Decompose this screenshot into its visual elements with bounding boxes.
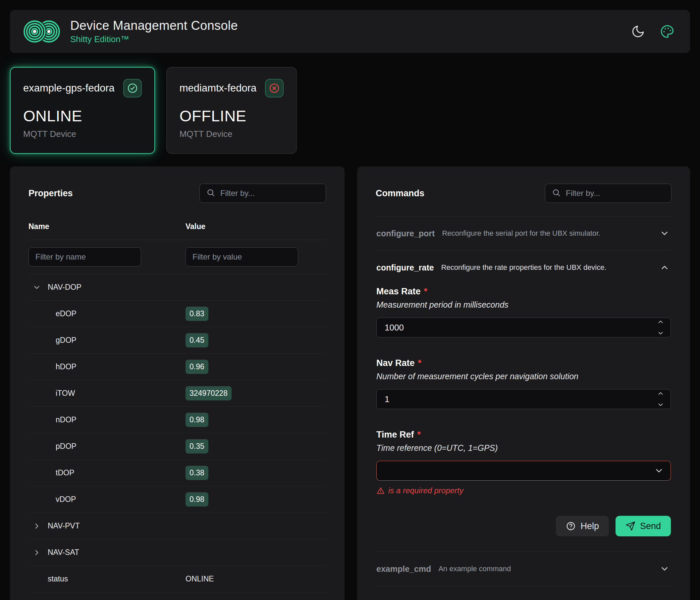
required-asterisk: *: [418, 358, 422, 368]
chevron-down-icon: [657, 404, 664, 409]
send-button[interactable]: Send: [616, 516, 671, 536]
commands-title: Commands: [376, 188, 424, 198]
property-row-NAV-PVT[interactable]: NAV-PVT: [28, 513, 326, 539]
command-header-configure_rate[interactable]: configure_rateReconfigure the rate prope…: [376, 250, 672, 284]
theme-toggle-button[interactable]: [631, 25, 645, 39]
spinner: [657, 317, 664, 337]
property-label: iTOW: [56, 389, 75, 398]
help-button[interactable]: Help: [556, 516, 609, 536]
command-description: An example command: [438, 565, 511, 573]
property-row-nDOP: nDOP0.98: [28, 407, 326, 433]
field-label-text: Nav Rate: [376, 358, 415, 368]
property-label: NAV-SAT: [48, 548, 79, 557]
value-filter-input[interactable]: [185, 247, 298, 266]
property-row-pDOP: pDOP0.35: [28, 433, 326, 460]
field-nav-rate: Nav Rate*Number of measurement cycles pe…: [376, 358, 671, 409]
properties-panel-head: Properties: [10, 166, 345, 215]
send-button-label: Send: [640, 521, 661, 531]
property-row-eDOP: eDOP0.83: [28, 301, 326, 327]
brand: Device Management Console Shitty Edition…: [23, 17, 238, 46]
property-label: pDOP: [56, 442, 77, 451]
select-input[interactable]: [376, 461, 671, 481]
property-value-cell: 0.83: [185, 307, 326, 321]
device-card-mediamtx-fedora[interactable]: mediamtx-fedoraOFFLINEMQTT Device: [166, 67, 297, 154]
device-name: mediamtx-fedora: [179, 82, 257, 94]
commands-filter-input[interactable]: [566, 189, 665, 198]
send-icon: [625, 521, 635, 531]
chevron-up-icon: [657, 393, 664, 398]
name-filter-input[interactable]: [28, 247, 141, 266]
chevron-down-icon: [32, 283, 41, 292]
command-description: Reconfigure the serial port for the UBX …: [442, 229, 600, 238]
spinner-up-button[interactable]: [657, 390, 664, 397]
property-row-status: statusONLINE: [28, 566, 326, 592]
property-name-cell: nDOP: [28, 415, 185, 424]
property-value: 0.45: [185, 333, 208, 347]
command-name: configure_rate: [376, 263, 434, 272]
property-name-cell: status: [28, 574, 185, 583]
app-header: Device Management Console Shitty Edition…: [10, 10, 690, 53]
property-value-cell: 0.35: [185, 439, 326, 454]
property-label: NAV-PVT: [48, 522, 80, 530]
property-value: 0.38: [185, 466, 208, 480]
property-row-NAV-SAT[interactable]: NAV-SAT: [28, 539, 326, 566]
spinner: [657, 389, 664, 409]
properties-panel: Properties Name Value: [10, 166, 345, 600]
property-name-cell: NAV-PVT: [28, 522, 185, 530]
property-value: 0.96: [185, 360, 208, 374]
property-value: 0.83: [185, 307, 208, 321]
field-label: Time Ref*: [376, 430, 671, 440]
commands-panel-head: Commands: [357, 166, 690, 215]
property-name-cell: pDOP: [28, 442, 185, 451]
search-icon: [206, 188, 215, 198]
field-description: Measurement period in milliseconds: [376, 300, 671, 310]
property-row-NAV-DOP[interactable]: NAV-DOP: [28, 274, 326, 301]
chevron-down-icon: [654, 466, 664, 476]
number-input[interactable]: [376, 317, 671, 337]
field-description: Time reference (0=UTC, 1=GPS): [376, 443, 671, 453]
spinner-up-button[interactable]: [657, 318, 664, 326]
spinner-down-button[interactable]: [657, 330, 664, 337]
property-row-hDOP: hDOP0.96: [28, 354, 326, 380]
device-type: MQTT Device: [179, 129, 284, 139]
property-value: 0.98: [185, 413, 208, 427]
property-name-cell: NAV-SAT: [28, 548, 185, 557]
property-name-cell: eDOP: [28, 309, 185, 318]
property-label: eDOP: [56, 309, 77, 318]
property-value: 0.98: [185, 492, 208, 506]
property-value-cell: 0.38: [185, 466, 326, 480]
required-asterisk: *: [424, 286, 428, 296]
command-form: Meas Rate*Measurement period in millisec…: [376, 284, 672, 536]
property-label: status: [48, 574, 68, 583]
command-header-example_cmd[interactable]: example_cmdAn example command: [376, 552, 672, 586]
field-label: Meas Rate*: [376, 286, 671, 297]
field-meas-rate: Meas Rate*Measurement period in millisec…: [376, 286, 671, 337]
property-name-cell: NAV-DOP: [28, 283, 185, 292]
property-value-cell: ONLINE: [185, 574, 326, 583]
property-value-cell: 0.98: [185, 492, 326, 506]
page: Device Management Console Shitty Edition…: [0, 10, 700, 600]
property-row-gDOP: gDOP0.45: [28, 327, 326, 354]
properties-table: Name Value NAV-DOPeDOP0.83gDOP0.45hDOP0.…: [10, 215, 345, 592]
property-row-iTOW: iTOW324970228: [28, 380, 326, 407]
property-name-cell: gDOP: [28, 336, 185, 345]
properties-filter-input[interactable]: [220, 189, 319, 198]
property-value-cell: 0.96: [185, 360, 326, 374]
device-card-example-gps-fedora[interactable]: example-gps-fedoraONLINEMQTT Device: [10, 67, 155, 154]
app-subtitle: Shitty Edition™: [70, 34, 238, 44]
spinner-down-button[interactable]: [657, 401, 664, 408]
number-input[interactable]: [376, 389, 671, 409]
chevron-down-icon: [659, 229, 670, 238]
palette-button[interactable]: [660, 25, 674, 39]
command-description: Reconfigure the rate properties for the …: [441, 263, 606, 272]
x-circle-icon: [269, 82, 280, 94]
properties-rows: NAV-DOPeDOP0.83gDOP0.45hDOP0.96iTOW32497…: [28, 274, 326, 592]
property-value-cell: 0.45: [185, 333, 326, 347]
moon-icon: [631, 34, 645, 40]
command-header-configure_port[interactable]: configure_portReconfigure the serial por…: [376, 216, 672, 250]
property-label: nDOP: [56, 415, 77, 424]
properties-column-filters: [28, 240, 326, 274]
property-label: vDOP: [56, 495, 76, 504]
number-input-wrap: [376, 317, 671, 337]
device-type: MQTT Device: [23, 129, 142, 139]
